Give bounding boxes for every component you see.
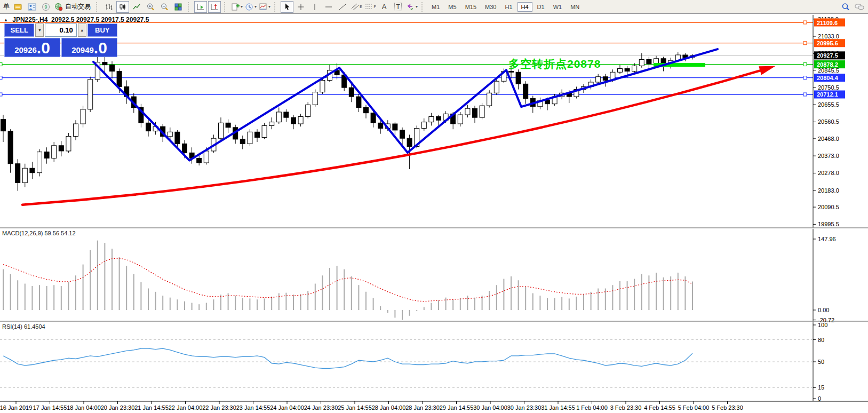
volume-input[interactable]: 0.10 [45, 23, 76, 37]
channel-icon [351, 3, 360, 11]
buy-button[interactable]: BUY [87, 23, 117, 37]
indicators-button[interactable]: ▾ [230, 1, 243, 13]
tab-timeframe-m1[interactable]: M1 [428, 2, 443, 12]
svg-text:16 Jan 2019: 16 Jan 2019 [0, 404, 32, 411]
order-history-icon[interactable] [12, 1, 25, 13]
text-tool[interactable]: A [378, 1, 391, 13]
zoom-in-button[interactable] [144, 1, 157, 13]
templates-button[interactable]: ▾ [258, 1, 271, 13]
tab-timeframe-d1[interactable]: D1 [533, 2, 548, 12]
chart-shift-button[interactable] [208, 1, 221, 13]
fibonacci-tool[interactable]: F [364, 1, 377, 13]
zoom-out-button[interactable] [158, 1, 171, 13]
cursor-arrow-icon [283, 3, 291, 11]
arrows-icon [406, 3, 415, 11]
svg-text:20750.5: 20750.5 [818, 84, 839, 91]
candlestick-mode-icon[interactable] [116, 1, 129, 13]
macd-signal-line [3, 258, 692, 301]
clock-icon [245, 3, 253, 11]
svg-text:147.96: 147.96 [818, 236, 836, 242]
autotrading-button[interactable]: 自动交易 [53, 1, 93, 13]
tab-timeframe-h1[interactable]: H1 [501, 2, 516, 12]
label-tool-label: T [394, 3, 401, 11]
market-watch-icon[interactable] [26, 1, 38, 13]
price-badge-20712.1: 20712.1 [814, 90, 845, 98]
equidistant-channel-tool[interactable]: E [350, 1, 363, 13]
svg-text:20878.2: 20878.2 [817, 61, 838, 68]
sell-price-frac: .0 [37, 41, 50, 55]
horizontal-line-tool[interactable] [322, 1, 335, 13]
chart-canvas[interactable]: 21128.021033.020938.020845.520750.520655… [0, 0, 868, 413]
chevron-down-icon: ▾ [268, 4, 270, 9]
sell-button[interactable]: SELL [4, 23, 34, 37]
collapse-triangle-icon[interactable]: ▲ [4, 18, 8, 22]
tab-timeframe-m15[interactable]: M15 [461, 2, 480, 12]
sell-price-display[interactable]: 20926.0 [4, 38, 60, 57]
pivot-annotation-text[interactable]: 多空转折点20878 [508, 57, 601, 72]
order-book-icon [13, 3, 23, 11]
template-icon [259, 3, 267, 11]
chevron-down-icon: ▾ [416, 4, 418, 9]
tab-timeframe-h4[interactable]: H4 [517, 2, 532, 12]
tile-windows-button[interactable] [172, 1, 185, 13]
svg-text:22 Jan 23:30: 22 Jan 23:30 [202, 404, 236, 411]
svg-text:21033.0: 21033.0 [818, 33, 839, 39]
price-badge-20927.5: 20927.5 [814, 51, 845, 59]
periods-button[interactable]: ▾ [244, 1, 257, 13]
svg-text:20712.1: 20712.1 [817, 91, 838, 98]
buy-price-main: 20949 [71, 45, 94, 55]
rsi-line [3, 348, 692, 368]
svg-text:18 Jan 04:00: 18 Jan 04:00 [67, 404, 101, 411]
price-axis: 21128.021033.020938.020845.520750.520655… [813, 15, 845, 401]
sell-price-main: 20926 [14, 45, 37, 55]
trendline-tool[interactable] [336, 1, 349, 13]
cursor-tool[interactable] [281, 1, 293, 13]
ohlc-bars-icon [105, 3, 113, 11]
vertical-line-tool[interactable] [308, 1, 321, 13]
chat-button[interactable] [853, 1, 866, 13]
volume-increase-button[interactable]: ▲ [78, 23, 86, 37]
text-tool-label: A [382, 3, 387, 11]
svg-text:0: 0 [818, 395, 821, 402]
svg-text:20927.5: 20927.5 [817, 52, 838, 59]
auto-scroll-button[interactable] [194, 1, 207, 13]
svg-text:28 Jan 04:00: 28 Jan 04:00 [372, 404, 406, 411]
tab-timeframe-mn[interactable]: MN [567, 2, 583, 12]
circle-nine-icon: 9 [42, 3, 50, 11]
bar-chart-mode-icon[interactable] [102, 1, 115, 13]
buy-price-display[interactable]: 20949.0 [61, 38, 117, 57]
tab-timeframe-m5[interactable]: M5 [444, 2, 460, 12]
svg-text:5 Feb 04:00: 5 Feb 04:00 [678, 404, 710, 411]
svg-text:0.00: 0.00 [818, 307, 829, 313]
search-button[interactable] [839, 1, 852, 13]
svg-text:22 Jan 04:00: 22 Jan 04:00 [169, 404, 203, 411]
line-chart-mode-icon[interactable] [130, 1, 143, 13]
svg-text:20090.5: 20090.5 [818, 204, 839, 210]
chart-title-row: ▲ JPN225-,H4 20922.5 20927.5 20917.5 209… [4, 16, 149, 23]
svg-text:20560.5: 20560.5 [818, 118, 839, 125]
svg-text:30 Jan 04:00: 30 Jan 04:00 [473, 404, 507, 411]
add-indicator-icon [231, 3, 240, 11]
toolbar-grip[interactable] [421, 2, 425, 12]
new-order-button[interactable]: 单 [2, 2, 11, 11]
rsi-pane: 1008050150 [0, 322, 827, 402]
tile-windows-icon [174, 3, 182, 11]
chart-shift-icon [210, 3, 219, 11]
svg-text:20804.4: 20804.4 [817, 75, 839, 81]
toolbar-grip[interactable] [274, 2, 277, 12]
toolbar-grip[interactable] [96, 2, 99, 12]
tab-timeframe-m30[interactable]: M30 [481, 2, 500, 12]
svg-text:29 Jan 14:55: 29 Jan 14:55 [440, 404, 474, 411]
arrows-tool[interactable]: ▾ [405, 1, 418, 13]
tab-timeframe-w1[interactable]: W1 [550, 2, 566, 12]
svg-text:30 Jan 23:30: 30 Jan 23:30 [507, 404, 541, 411]
crosshair-icon [297, 3, 305, 11]
toolbar-grip[interactable] [224, 2, 227, 12]
toolbar-grip[interactable] [188, 2, 191, 12]
autotrading-label: 自动交易 [63, 2, 92, 11]
text-label-tool[interactable]: T [392, 1, 404, 13]
svg-text:17 Jan 14:55: 17 Jan 14:55 [33, 404, 67, 411]
volume-decrease-button[interactable]: ▼ [35, 23, 44, 37]
data-window-icon[interactable]: 9 [39, 1, 52, 13]
crosshair-tool[interactable] [294, 1, 307, 13]
